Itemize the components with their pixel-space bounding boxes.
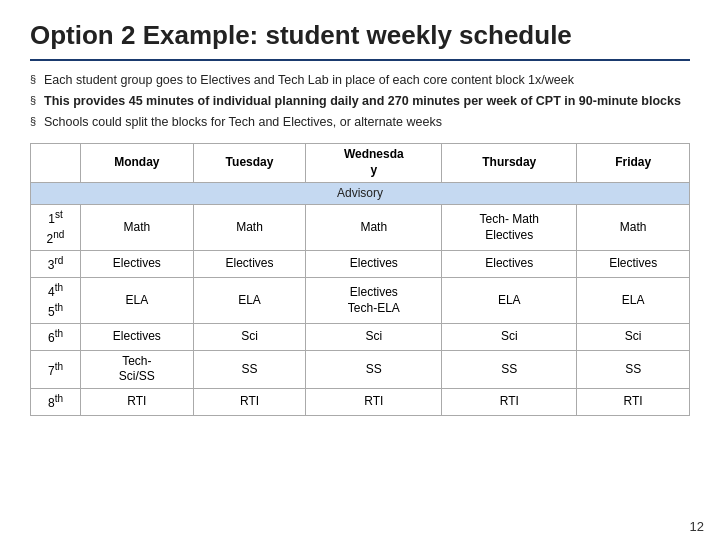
thu-4-5: ELA [442,278,577,324]
fri-8: RTI [577,388,690,415]
table-row: 8th RTI RTI RTI RTI RTI [31,388,690,415]
advisory-row: Advisory [31,182,690,205]
col-header-wednesday: Wednesday [306,144,442,182]
period-cell: 1st2nd [31,205,81,251]
table-row: 4th5th ELA ELA ElectivesTech-ELA ELA ELA [31,278,690,324]
tue-6: Sci [193,324,306,351]
advisory-cell: Advisory [31,182,690,205]
fri-1-2: Math [577,205,690,251]
period-cell: 7th [31,350,81,388]
mon-7: Tech-Sci/SS [81,350,194,388]
col-header-period [31,144,81,182]
fri-7: SS [577,350,690,388]
page-number: 12 [690,519,704,534]
col-header-monday: Monday [81,144,194,182]
fri-6: Sci [577,324,690,351]
table-row: 3rd Electives Electives Electives Electi… [31,251,690,278]
col-header-friday: Friday [577,144,690,182]
wed-3: Electives [306,251,442,278]
period-cell: 6th [31,324,81,351]
bullet-1: Each student group goes to Electives and… [30,71,690,90]
thu-3: Electives [442,251,577,278]
thu-1-2: Tech- MathElectives [442,205,577,251]
bullet-list: Each student group goes to Electives and… [30,71,690,131]
period-cell: 8th [31,388,81,415]
fri-4-5: ELA [577,278,690,324]
wed-8: RTI [306,388,442,415]
thu-6: Sci [442,324,577,351]
tue-3: Electives [193,251,306,278]
thu-8: RTI [442,388,577,415]
period-cell: 4th5th [31,278,81,324]
col-header-tuesday: Tuesday [193,144,306,182]
mon-4-5: ELA [81,278,194,324]
bullet-3: Schools could split the blocks for Tech … [30,113,690,132]
mon-1-2: Math [81,205,194,251]
fri-3: Electives [577,251,690,278]
thu-7: SS [442,350,577,388]
mon-3: Electives [81,251,194,278]
page-title: Option 2 Example: student weekly schedul… [30,20,690,51]
schedule-table: Monday Tuesday Wednesday Thursday Friday… [30,143,690,415]
col-header-thursday: Thursday [442,144,577,182]
mon-8: RTI [81,388,194,415]
tue-7: SS [193,350,306,388]
title-divider [30,59,690,61]
mon-6: Electives [81,324,194,351]
table-row: 7th Tech-Sci/SS SS SS SS SS [31,350,690,388]
bullet-2: This provides 45 minutes of individual p… [30,92,690,111]
table-row: 1st2nd Math Math Math Tech- MathElective… [31,205,690,251]
tue-8: RTI [193,388,306,415]
table-row: 6th Electives Sci Sci Sci Sci [31,324,690,351]
period-cell: 3rd [31,251,81,278]
tue-1-2: Math [193,205,306,251]
table-header-row: Monday Tuesday Wednesday Thursday Friday [31,144,690,182]
tue-4-5: ELA [193,278,306,324]
wed-6: Sci [306,324,442,351]
wed-4-5: ElectivesTech-ELA [306,278,442,324]
wed-7: SS [306,350,442,388]
wed-1-2: Math [306,205,442,251]
